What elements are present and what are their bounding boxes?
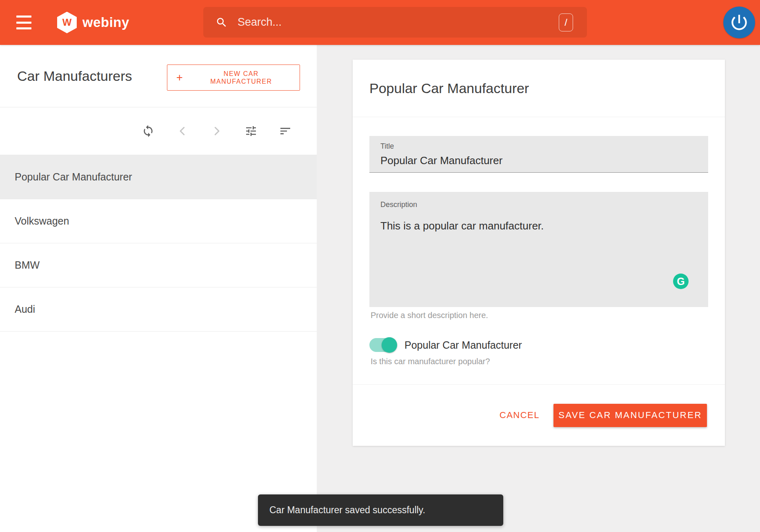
list-item-bmw[interactable]: BMW [0, 243, 317, 287]
save-button[interactable]: SAVE CAR MANUFACTURER [553, 404, 707, 427]
popular-toggle-helper-text: Is this car manufacturer popular? [369, 357, 708, 366]
form-body: Title Popular Car Manufacturer Descripti… [353, 136, 725, 366]
description-helper-text: Provide a short description here. [369, 311, 708, 320]
page-title: Car Manufacturers [17, 45, 132, 107]
top-app-bar: W webiny Search... / [0, 0, 760, 45]
sort-icon[interactable] [278, 124, 292, 138]
webiny-logo[interactable]: W webiny [57, 0, 129, 45]
list-item-label: Popular Car Manufacturer [15, 171, 132, 183]
menu-icon[interactable] [16, 16, 33, 29]
filter-icon[interactable] [244, 124, 258, 138]
plus-icon: + [176, 71, 183, 84]
refresh-icon[interactable] [141, 124, 155, 138]
webiny-logo-hexagon-icon: W [57, 12, 77, 33]
search-input[interactable]: Search... / [203, 7, 587, 38]
toast-message: Car Manufacturer saved successfully. [269, 505, 425, 516]
search-shortcut-badge: / [559, 13, 573, 31]
user-avatar[interactable] [723, 7, 755, 38]
title-field-label: Title [380, 142, 708, 151]
list-item-volkswagen[interactable]: Volkswagen [0, 199, 317, 243]
form-card: Popular Car Manufacturer Title Popular C… [353, 60, 725, 446]
panel-header: Car Manufacturers + NEW CAR MANUFACTURER [0, 45, 317, 107]
manufacturer-list: Popular Car Manufacturer Volkswagen BMW … [0, 155, 317, 332]
description-field-label: Description [380, 200, 708, 209]
new-car-manufacturer-button[interactable]: + NEW CAR MANUFACTURER [167, 65, 300, 91]
title-field-value[interactable]: Popular Car Manufacturer [380, 154, 708, 167]
popular-toggle[interactable] [369, 337, 397, 353]
description-field-value[interactable]: This is a popular car manufacturer. [380, 220, 708, 232]
list-toolbar [0, 107, 317, 155]
snackbar-toast: Car Manufacturer saved successfully. [258, 494, 503, 526]
previous-page-icon[interactable] [176, 124, 189, 138]
cancel-button[interactable]: CANCEL [491, 406, 548, 425]
form-title: Popular Car Manufacturer [369, 80, 529, 96]
popular-toggle-label: Popular Car Manufacturer [404, 339, 522, 351]
toggle-thumb [382, 337, 397, 353]
power-icon [729, 12, 749, 33]
search-icon [216, 16, 228, 29]
detail-pane: Popular Car Manufacturer Title Popular C… [317, 45, 760, 532]
list-item-audi[interactable]: Audi [0, 287, 317, 332]
grammarly-icon[interactable]: G [673, 274, 689, 289]
webiny-logo-text: webiny [82, 15, 129, 30]
form-header: Popular Car Manufacturer [353, 60, 725, 117]
list-item-popular-car-manufacturer[interactable]: Popular Car Manufacturer [0, 155, 317, 199]
list-item-label: Audi [15, 303, 35, 315]
form-actions: CANCEL SAVE CAR MANUFACTURER [353, 384, 725, 446]
next-page-icon[interactable] [210, 124, 224, 138]
new-button-label: NEW CAR MANUFACTURER [194, 70, 288, 85]
car-manufacturers-panel: Car Manufacturers + NEW CAR MANUFACTURER [0, 45, 317, 532]
popular-toggle-row: Popular Car Manufacturer [369, 337, 708, 353]
list-item-label: BMW [15, 259, 40, 271]
description-field[interactable]: Description This is a popular car manufa… [369, 192, 708, 307]
title-field[interactable]: Title Popular Car Manufacturer [369, 136, 708, 173]
search-placeholder: Search... [238, 16, 282, 29]
webiny-logo-letter: W [62, 17, 72, 28]
list-item-label: Volkswagen [15, 215, 69, 227]
